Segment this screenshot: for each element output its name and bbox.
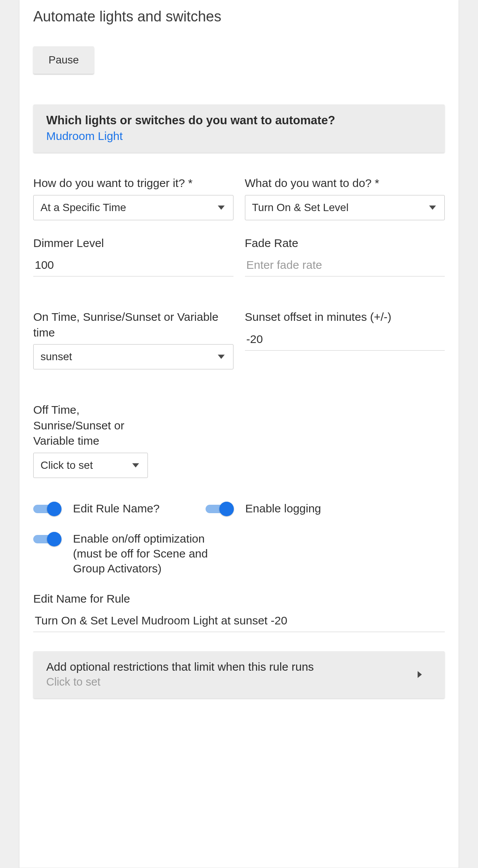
enable-logging-toggle[interactable]	[206, 502, 232, 515]
optimization-toggle[interactable]	[33, 533, 60, 546]
sunset-offset-input[interactable]	[245, 329, 445, 351]
dimmer-level-label: Dimmer Level	[33, 236, 233, 251]
off-time-select-value: Click to set	[41, 459, 93, 471]
on-time-select-value: sunset	[41, 351, 72, 363]
trigger-select-value: At a Specific Time	[41, 202, 126, 214]
which-devices-question: Which lights or switches do you want to …	[46, 114, 432, 127]
trigger-select[interactable]: At a Specific Time	[33, 195, 233, 220]
sunset-offset-label: Sunset offset in minutes (+/-)	[245, 309, 445, 325]
on-time-select[interactable]: sunset	[33, 344, 233, 369]
page-title: Automate lights and switches	[33, 8, 445, 25]
restrictions-box[interactable]: Add optional restrictions that limit whe…	[33, 651, 445, 698]
chevron-down-icon	[429, 205, 436, 210]
which-devices-box: Which lights or switches do you want to …	[33, 104, 445, 153]
chevron-down-icon	[218, 355, 225, 359]
restrictions-sub: Click to set	[46, 676, 314, 688]
optimization-toggle-label: Enable on/off optimization (must be off …	[73, 531, 217, 576]
off-time-label: Off Time, Sunrise/Sunset or Variable tim…	[33, 402, 148, 449]
chevron-down-icon	[132, 463, 139, 467]
fade-rate-label: Fade Rate	[245, 236, 445, 251]
dimmer-level-input[interactable]	[33, 255, 233, 276]
restrictions-title: Add optional restrictions that limit whe…	[46, 660, 314, 673]
action-label: What do you want to do? *	[245, 176, 445, 191]
enable-logging-toggle-label: Enable logging	[245, 501, 321, 516]
edit-rule-name-toggle[interactable]	[33, 502, 60, 515]
selected-device-link[interactable]: Mudroom Light	[46, 130, 123, 142]
chevron-right-icon	[418, 671, 422, 678]
trigger-label: How do you want to trigger it? *	[33, 176, 233, 191]
chevron-down-icon	[218, 205, 225, 210]
fade-rate-input[interactable]	[245, 255, 445, 276]
action-select[interactable]: Turn On & Set Level	[245, 195, 445, 220]
on-time-label: On Time, Sunrise/Sunset or Variable time	[33, 309, 233, 340]
edit-rule-name-toggle-label: Edit Rule Name?	[73, 501, 160, 516]
rule-name-label: Edit Name for Rule	[33, 591, 445, 607]
automation-form-card: Automate lights and switches Pause Which…	[19, 0, 459, 868]
off-time-select[interactable]: Click to set	[33, 453, 148, 478]
pause-button[interactable]: Pause	[33, 46, 94, 74]
rule-name-input[interactable]	[33, 610, 445, 632]
action-select-value: Turn On & Set Level	[252, 202, 349, 214]
